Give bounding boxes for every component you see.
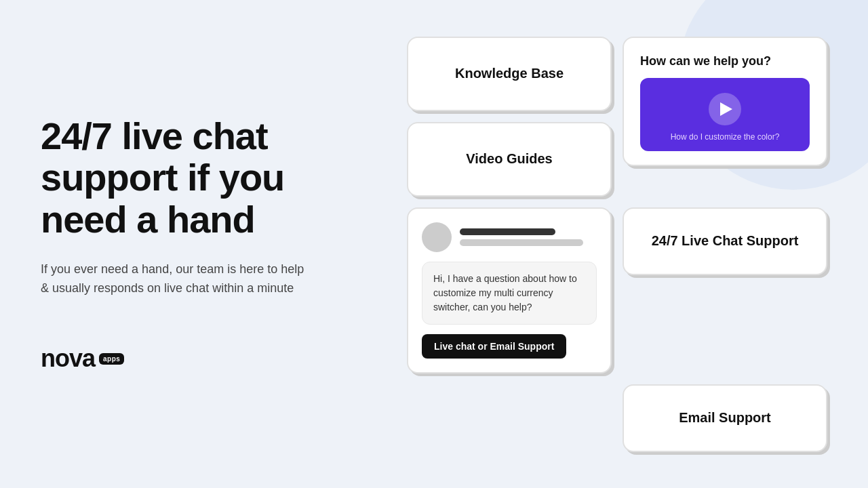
chat-message: Hi, I have a question about how to custo… [422, 262, 597, 325]
email-support-card[interactable]: Email Support [623, 384, 827, 452]
main-title: 24/7 live chat support if you need a han… [41, 115, 366, 241]
live-chat-card[interactable]: 24/7 Live Chat Support [623, 207, 827, 275]
help-card[interactable]: How can we help you? How do I customize … [623, 37, 827, 166]
video-thumbnail[interactable]: How do I customize the color? [640, 78, 810, 151]
logo-text: nova [41, 344, 95, 373]
chat-card: Hi, I have a question about how to custo… [407, 207, 612, 373]
avatar [422, 222, 452, 252]
logo-badge: apps [99, 353, 124, 365]
play-icon [720, 102, 732, 116]
main-container: 24/7 live chat support if you need a han… [0, 0, 868, 488]
knowledge-base-card[interactable]: Knowledge Base [407, 37, 612, 111]
live-chat-label: 24/7 Live Chat Support [652, 233, 799, 249]
chat-line-dark [460, 228, 555, 235]
cards-grid: Knowledge Base How can we help you? How … [407, 37, 827, 452]
chat-name-lines [460, 228, 597, 246]
play-button[interactable] [709, 93, 741, 125]
knowledge-base-label: Knowledge Base [455, 66, 564, 81]
video-guides-label: Video Guides [466, 151, 552, 167]
chat-line-light [460, 239, 583, 246]
video-caption: How do I customize the color? [671, 132, 780, 142]
video-guides-card[interactable]: Video Guides [407, 122, 612, 197]
help-title: How can we help you? [640, 54, 771, 68]
chat-header [422, 222, 597, 252]
email-support-label: Email Support [679, 410, 771, 426]
chat-cta-button[interactable]: Live chat or Email Support [422, 334, 566, 359]
subtitle-text: If you ever need a hand, our team is her… [41, 260, 312, 299]
left-panel: 24/7 live chat support if you need a han… [41, 115, 366, 373]
logo: nova apps [41, 344, 366, 373]
